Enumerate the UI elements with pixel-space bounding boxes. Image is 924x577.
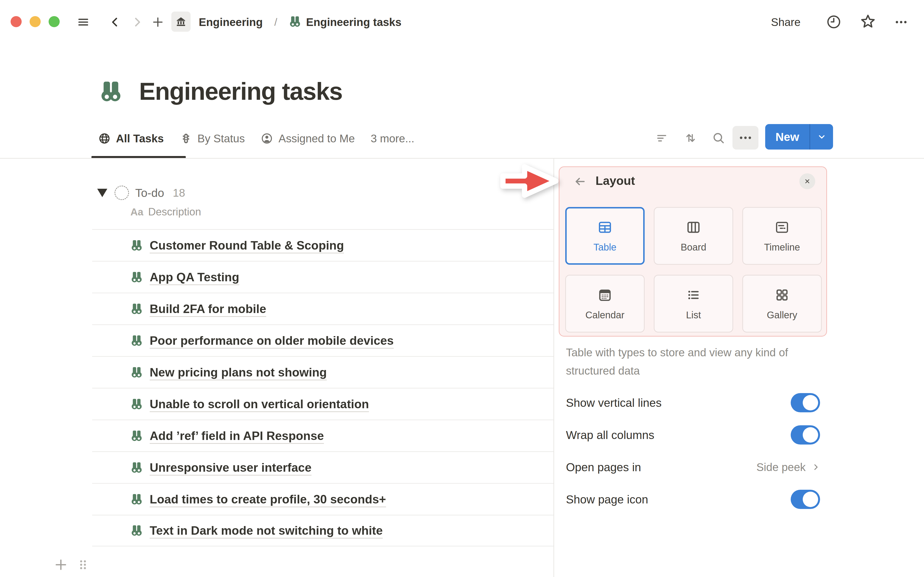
more-options-icon[interactable]	[892, 15, 911, 29]
task-title[interactable]: Add ’ref’ field in API Response	[150, 429, 324, 443]
table-row[interactable]: Text in Dark mode not switching to white	[92, 515, 553, 546]
task-table: Customer Round Table & Scoping App QA Te…	[92, 229, 553, 546]
table-row[interactable]: New pricing plans not showing	[92, 356, 553, 388]
tab-by-status[interactable]: By Status	[180, 132, 245, 145]
open-pages-select[interactable]: Side peek	[756, 461, 820, 474]
back-arrow-icon[interactable]	[573, 175, 587, 188]
traffic-light-zoom[interactable]	[48, 16, 60, 27]
layout-option-timeline[interactable]: Timeline	[742, 207, 822, 265]
favorite-star-icon[interactable]	[859, 13, 876, 30]
layout-panel: Layout Table Board Timeline Calendar Lis…	[559, 166, 827, 337]
task-title[interactable]: Load times to create profile, 30 seconds…	[150, 492, 386, 506]
traffic-light-close[interactable]	[11, 16, 22, 27]
view-options-button[interactable]	[732, 126, 758, 150]
breadcrumb-page[interactable]: Engineering tasks	[306, 15, 401, 29]
close-button[interactable]	[800, 173, 815, 189]
calendar-icon	[597, 287, 613, 303]
panel-title: Layout	[596, 174, 635, 188]
layout-description: Table with types to store and view any k…	[566, 343, 824, 380]
open-pages-value: Side peek	[756, 461, 806, 474]
back-icon[interactable]	[108, 15, 122, 29]
task-title[interactable]: New pricing plans not showing	[150, 366, 327, 379]
page-icon-toggle[interactable]	[791, 490, 820, 509]
annotation-arrow-icon	[499, 163, 560, 199]
binoculars-icon	[130, 366, 144, 379]
new-page-icon[interactable]	[151, 15, 165, 29]
tab-more-views[interactable]: 3 more...	[371, 132, 415, 145]
collapse-triangle-icon[interactable]	[97, 189, 107, 197]
task-title[interactable]: Poor performance on older mobile devices	[150, 334, 394, 348]
task-title[interactable]: Text in Dark mode not switching to white	[150, 524, 383, 538]
share-button[interactable]: Share	[771, 15, 801, 29]
binoculars-icon	[130, 302, 144, 316]
group-header[interactable]: To-do 18	[97, 184, 185, 201]
panel-divider	[553, 159, 554, 577]
tab-label: All Tasks	[116, 132, 164, 145]
binoculars-icon[interactable]	[98, 79, 124, 104]
search-icon[interactable]	[712, 131, 725, 145]
drag-handle-icon[interactable]	[76, 557, 90, 572]
page-header: Engineering tasks	[98, 77, 342, 106]
setting-label: Show page icon	[566, 493, 648, 506]
binoculars-icon	[130, 493, 144, 506]
task-title[interactable]: App QA Testing	[150, 270, 239, 284]
group-count: 18	[173, 186, 185, 199]
table-row[interactable]: Poor performance on older mobile devices	[92, 324, 553, 356]
chevron-right-icon	[811, 463, 820, 471]
task-title[interactable]: Customer Round Table & Scoping	[150, 239, 344, 253]
setting-open-pages-in: Open pages in Side peek	[566, 451, 820, 483]
layout-option-gallery[interactable]: Gallery	[742, 275, 822, 332]
board-icon	[685, 219, 701, 235]
tab-label: By Status	[197, 132, 245, 145]
sort-icon[interactable]	[684, 131, 697, 145]
table-row[interactable]: Unable to scroll on vertical orientation	[92, 388, 553, 419]
text-type-icon: Aa	[131, 206, 144, 218]
forward-icon[interactable]	[131, 15, 144, 29]
breadcrumb-workspace[interactable]: Engineering	[199, 15, 263, 29]
tab-assigned-to-me[interactable]: Assigned to Me	[261, 132, 355, 145]
table-row[interactable]: App QA Testing	[92, 261, 553, 293]
setting-label: Show vertical lines	[566, 396, 662, 409]
table-row[interactable]: Build 2FA for mobile	[92, 293, 553, 324]
updates-clock-icon[interactable]	[826, 14, 842, 30]
sidebar-menu-icon[interactable]	[76, 15, 90, 29]
layout-option-label: List	[686, 309, 701, 321]
traffic-light-minimize[interactable]	[30, 16, 41, 27]
group-name[interactable]: To-do	[135, 186, 164, 200]
add-row-icon[interactable]	[53, 557, 68, 572]
table-row[interactable]: Add ’ref’ field in API Response	[92, 419, 553, 451]
tab-label: Assigned to Me	[278, 132, 355, 145]
layout-options-grid: Table Board Timeline Calendar List Galle…	[565, 207, 822, 332]
task-title[interactable]: Unresponsive user interface	[150, 461, 312, 475]
layout-option-label: Board	[681, 242, 706, 253]
task-title[interactable]: Unable to scroll on vertical orientation	[150, 397, 369, 411]
page-title[interactable]: Engineering tasks	[139, 77, 342, 106]
new-button[interactable]: New	[765, 124, 833, 150]
table-row[interactable]: Customer Round Table & Scoping	[92, 229, 553, 261]
wrap-columns-toggle[interactable]	[791, 425, 820, 445]
binoculars-icon	[130, 524, 144, 537]
vertical-lines-toggle[interactable]	[791, 393, 820, 412]
layout-option-table[interactable]: Table	[565, 207, 645, 265]
binoculars-icon	[130, 461, 144, 474]
gallery-icon	[774, 287, 790, 303]
globe-icon	[98, 132, 111, 145]
task-title[interactable]: Build 2FA for mobile	[150, 302, 266, 316]
todo-status-icon	[115, 185, 129, 200]
breadcrumb-workspace-icon[interactable]	[171, 11, 191, 32]
filter-icon[interactable]	[655, 131, 669, 145]
list-icon	[685, 287, 701, 303]
layout-option-calendar[interactable]: Calendar	[565, 275, 645, 332]
column-name[interactable]: Description	[148, 206, 201, 218]
table-row[interactable]: Load times to create profile, 30 seconds…	[92, 483, 553, 515]
layout-option-list[interactable]: List	[654, 275, 733, 332]
new-dropdown-button[interactable]	[810, 132, 833, 142]
tab-all-tasks[interactable]: All Tasks	[98, 132, 164, 145]
layout-option-board[interactable]: Board	[654, 207, 733, 265]
status-icon	[180, 132, 192, 145]
binoculars-icon	[130, 239, 144, 252]
column-header[interactable]: Aa Description	[131, 206, 201, 218]
table-row[interactable]: Unresponsive user interface	[92, 451, 553, 483]
building-icon	[175, 16, 187, 27]
binoculars-icon	[288, 15, 302, 28]
